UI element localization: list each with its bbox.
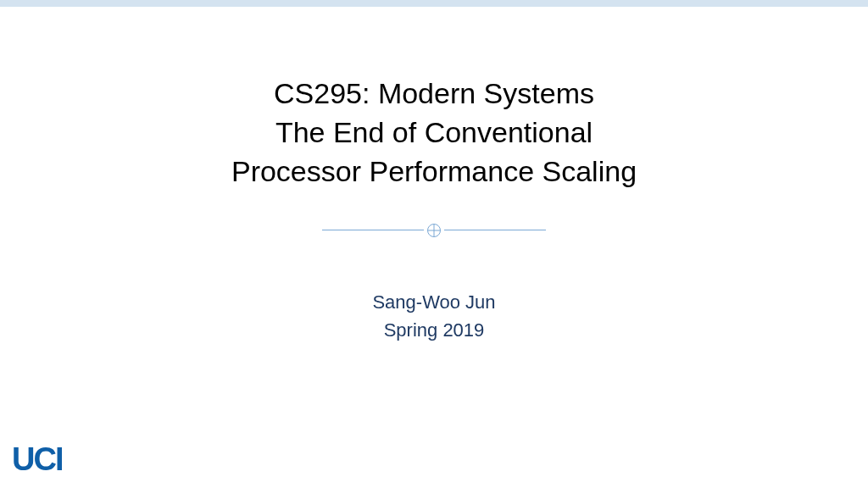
- title-line-1: CS295: Modern Systems: [51, 75, 817, 114]
- title-line-2: The End of Conventional: [51, 114, 817, 152]
- author-block: Sang-Woo Jun Spring 2019: [0, 288, 868, 344]
- semester-label: Spring 2019: [0, 316, 868, 344]
- uci-logo: UCI: [12, 441, 62, 478]
- divider-line-right: [444, 230, 546, 230]
- top-accent-bar: [0, 0, 868, 7]
- title-line-3: Processor Performance Scaling: [51, 152, 817, 191]
- title-divider: [0, 224, 868, 237]
- divider-line-left: [322, 230, 424, 230]
- divider-ornament-icon: [427, 224, 441, 237]
- author-name: Sang-Woo Jun: [0, 288, 868, 316]
- title-block: CS295: Modern Systems The End of Convent…: [0, 75, 868, 191]
